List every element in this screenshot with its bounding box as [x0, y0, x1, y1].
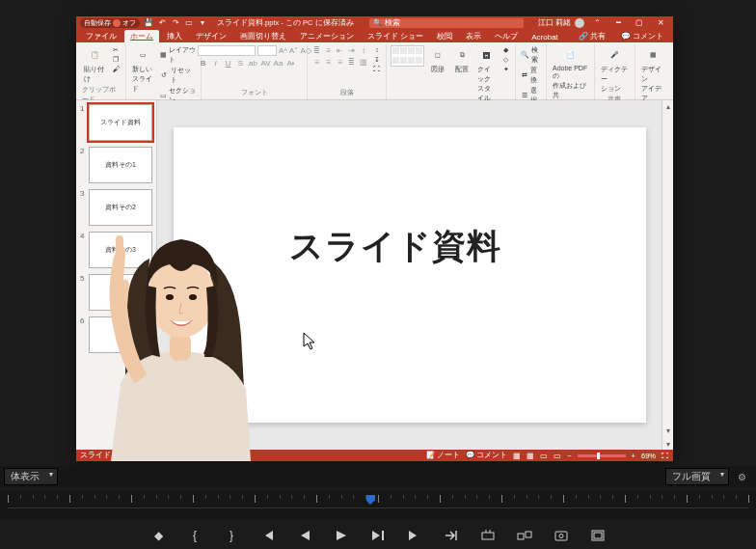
search-input[interactable]: 🔍 検索	[369, 18, 524, 28]
avatar[interactable]	[575, 18, 584, 28]
scroll-down-icon[interactable]: ▾	[662, 425, 673, 436]
qat-more-icon[interactable]: ▾	[198, 18, 207, 28]
vertical-scrollbar[interactable]: ▴ ▾ ▾	[662, 100, 673, 450]
char-spacing-button[interactable]: AV	[260, 59, 271, 68]
layout-button[interactable]: ▦レイアウト	[159, 45, 197, 65]
paste-button[interactable]: 📋 貼り付け	[82, 45, 108, 85]
shape-effects-button[interactable]: ✦	[500, 65, 511, 73]
go-to-in-icon[interactable]	[260, 528, 276, 543]
shape-fill-button[interactable]: ◆	[500, 45, 511, 54]
slide-title[interactable]: スライド資料	[289, 224, 501, 269]
italic-button[interactable]: I	[210, 59, 221, 68]
language-indicator[interactable]: 🇯🇵	[129, 452, 138, 460]
quality-dropdown[interactable]: フル画質	[665, 468, 729, 485]
tab-view[interactable]: 表示	[460, 30, 487, 42]
change-case-button[interactable]: Aa	[273, 59, 284, 68]
format-painter-button[interactable]: 🖌	[111, 65, 122, 73]
tab-slideshow[interactable]: スライド ショー	[362, 30, 429, 42]
export-frame-icon[interactable]	[554, 528, 569, 543]
scroll-up-icon[interactable]: ▴	[662, 100, 673, 112]
copy-button[interactable]: ❐	[111, 55, 122, 64]
shadow-button[interactable]: ab	[248, 59, 258, 68]
tab-insert[interactable]: 挿入	[161, 30, 188, 42]
maximize-icon[interactable]: ▢	[631, 16, 648, 29]
smartart-button[interactable]: ⛶	[371, 65, 382, 73]
dictation-button[interactable]: 🎤 ディクテー ション	[599, 45, 631, 95]
slide-canvas[interactable]: スライド資料	[157, 100, 662, 450]
normal-view-icon[interactable]: ▦	[513, 452, 521, 460]
comments-button[interactable]: 💬 コメント	[466, 451, 507, 460]
new-slide-button[interactable]: ▭ 新しい スライド	[130, 45, 156, 95]
increase-font-icon[interactable]: A^	[279, 46, 287, 55]
replace-button[interactable]: ⇄置換	[520, 66, 542, 85]
decrease-font-icon[interactable]: A˅	[289, 46, 298, 55]
sorter-view-icon[interactable]: ▦	[526, 452, 534, 460]
font-size-select[interactable]	[257, 45, 277, 56]
zoom-out-icon[interactable]: −	[567, 452, 571, 460]
fit-window-icon[interactable]: ⛶	[662, 452, 669, 460]
paragraph-buttons[interactable]: ≣≡⇤⇥↕ ≡≡≡≣▥	[311, 45, 368, 68]
strikethrough-button[interactable]: S	[235, 59, 246, 68]
thumb-slide-2[interactable]: 資料その1	[89, 147, 152, 183]
save-icon[interactable]: 💾	[144, 18, 153, 28]
left-dropdown[interactable]: 体表示	[4, 468, 58, 485]
timeline-ruler[interactable]	[0, 491, 756, 520]
mark-in-icon[interactable]: ◆	[150, 528, 166, 543]
thumb-slide-4[interactable]: 資料その3	[89, 232, 152, 268]
text-direction-button[interactable]: ↕	[371, 45, 382, 54]
overwrite-icon[interactable]	[517, 528, 532, 543]
adobe-pdf-button[interactable]: 📄 Adobe PDF の 作成および共	[551, 45, 590, 101]
go-to-out-icon[interactable]	[407, 528, 422, 543]
shape-outline-button[interactable]: ◇	[500, 55, 511, 64]
slide-counter[interactable]: スライド 1/6	[80, 451, 123, 460]
tab-home[interactable]: ホーム	[124, 30, 159, 42]
insert-icon[interactable]	[480, 528, 496, 543]
reading-view-icon[interactable]: ▭	[540, 452, 548, 460]
share-button[interactable]: 🔗 共有	[573, 30, 611, 42]
reset-button[interactable]: ↺リセット	[159, 66, 197, 85]
autosave-toggle[interactable]: 自動保存 オフ	[80, 18, 140, 28]
design-ideas-button[interactable]: ▦ デザイン アイデア	[639, 45, 667, 104]
zoom-percent[interactable]: 69%	[641, 452, 656, 460]
tab-review[interactable]: 校閲	[431, 30, 458, 42]
step-forward-icon[interactable]	[370, 528, 386, 543]
tab-design[interactable]: デザイン	[190, 30, 232, 42]
tab-help[interactable]: ヘルプ	[489, 30, 524, 42]
quick-styles-button[interactable]: 🅰クイック スタイル	[475, 45, 498, 104]
thumb-slide-1[interactable]: スライド資料	[89, 104, 152, 141]
find-button[interactable]: 🔍検索	[520, 45, 542, 65]
arrange-button[interactable]: ⧉配置	[451, 45, 472, 75]
font-family-select[interactable]	[198, 45, 256, 56]
close-icon[interactable]: ✕	[652, 16, 669, 29]
zoom-in-icon[interactable]: +	[632, 452, 635, 460]
step-back-icon[interactable]	[297, 528, 312, 543]
tab-transitions[interactable]: 画面切り替え	[234, 30, 292, 42]
shapes-gallery[interactable]	[391, 45, 424, 67]
mark-out-close-icon[interactable]: }	[224, 528, 239, 543]
bold-button[interactable]: B	[198, 59, 208, 68]
thumb-slide-5[interactable]: 04	[89, 274, 152, 311]
safe-margins-icon[interactable]	[590, 528, 606, 543]
play-icon[interactable]	[334, 528, 349, 543]
prev-slide-icon[interactable]: ▾	[662, 438, 673, 450]
cut-button[interactable]: ✂	[111, 45, 122, 54]
undo-icon[interactable]: ↶	[157, 18, 167, 28]
mark-out-open-icon[interactable]: {	[187, 528, 202, 543]
underline-button[interactable]: U	[223, 59, 233, 68]
ribbon-display-icon[interactable]: ⌃	[588, 16, 606, 29]
tab-acrobat[interactable]: Acrobat	[526, 32, 564, 42]
font-color-button[interactable]: A▪	[285, 59, 296, 68]
settings-icon[interactable]: ⚙	[732, 472, 752, 482]
tab-animations[interactable]: アニメーション	[294, 30, 360, 42]
start-slideshow-icon[interactable]: ▭	[184, 18, 194, 28]
slide-page[interactable]: スライド資料	[174, 127, 646, 423]
shapes-button[interactable]: ◻図形	[427, 45, 448, 75]
next-edit-icon[interactable]	[444, 528, 459, 543]
thumb-slide-6[interactable]	[89, 316, 152, 353]
zoom-slider[interactable]	[578, 454, 626, 457]
align-text-button[interactable]: ↧	[371, 55, 382, 64]
notes-button[interactable]: 📝 ノート	[426, 451, 460, 460]
tab-file[interactable]: ファイル	[80, 30, 122, 42]
user-name[interactable]: 江口 莉緒	[538, 18, 571, 28]
thumb-slide-3[interactable]: 資料その2	[89, 189, 152, 226]
